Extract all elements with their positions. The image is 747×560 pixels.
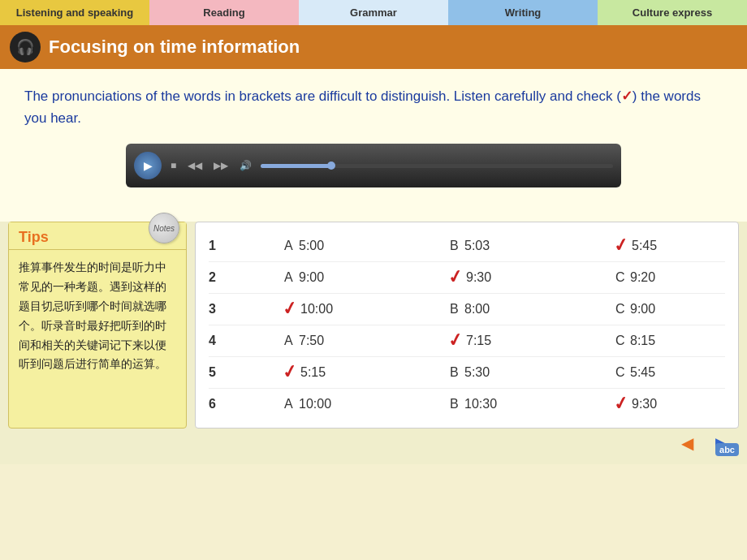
bottom-section: Notes Tips 推算事件发生的时间是听力中常见的一种考题。遇到这样的题目切… bbox=[0, 222, 747, 464]
progress-bar[interactable] bbox=[261, 164, 613, 168]
col-time: 7:50 bbox=[299, 334, 338, 348]
col-time: 8:00 bbox=[464, 302, 503, 317]
col-letter: C bbox=[615, 334, 627, 348]
answer-row: 4A7:50✓7:15C8:15 bbox=[209, 325, 725, 357]
tips-box: Notes Tips 推算事件发生的时间是听力中常见的一种考题。遇到这样的题目切… bbox=[8, 222, 187, 429]
top-navigation: Listening and speaking Reading Grammar W… bbox=[0, 0, 747, 25]
col-letter: A bbox=[284, 239, 296, 253]
answer-row: 3✓10:00B8:00C9:00 bbox=[209, 294, 725, 325]
col-letter: A bbox=[284, 334, 296, 348]
tips-content: 推算事件发生的时间是听力中常见的一种考题。遇到这样的题目切忌听到哪个时间就选哪个… bbox=[9, 250, 186, 382]
row-number: 5 bbox=[209, 365, 228, 380]
col-time: 10:30 bbox=[464, 397, 503, 411]
headphones-icon: 🎧 bbox=[10, 32, 41, 62]
col-time: 9:30 bbox=[632, 397, 671, 411]
abc-badge: abc bbox=[715, 443, 739, 456]
col-time: 5:30 bbox=[464, 365, 503, 380]
answer-row: 6A10:00B10:30✓9:30 bbox=[209, 389, 725, 420]
tab-culture-express[interactable]: Culture express bbox=[598, 0, 747, 25]
answer-column[interactable]: C9:00 bbox=[559, 302, 725, 317]
main-content: The pronunciations of the words in brack… bbox=[0, 69, 747, 222]
notes-label: Notes bbox=[153, 224, 175, 233]
col-time: 5:03 bbox=[464, 239, 503, 253]
instruction-text: The pronunciations of the words in brack… bbox=[24, 85, 723, 129]
answer-column[interactable]: C8:15 bbox=[559, 334, 725, 348]
col-time: 5:45 bbox=[630, 365, 669, 380]
answer-column[interactable]: ✓7:15 bbox=[394, 330, 559, 351]
answer-column[interactable]: A10:00 bbox=[228, 397, 394, 411]
col-letter: C bbox=[615, 365, 627, 380]
prev-track-button[interactable]: ◀◀ bbox=[185, 158, 205, 173]
answer-row: 2A9:00✓9:30C9:20 bbox=[209, 262, 725, 294]
tab-listening-speaking-label: Listening and speaking bbox=[16, 6, 133, 19]
tab-listening-speaking[interactable]: Listening and speaking bbox=[0, 0, 149, 25]
col-letter: B bbox=[450, 365, 461, 380]
row-number: 4 bbox=[209, 334, 228, 348]
header-bar: 🎧 Focusing on time information bbox=[0, 25, 747, 69]
answer-column[interactable]: B8:00 bbox=[394, 302, 559, 317]
page-title: Focusing on time information bbox=[49, 37, 300, 58]
content-section: Notes Tips 推算事件发生的时间是听力中常见的一种考题。遇到这样的题目切… bbox=[0, 222, 747, 429]
answer-column[interactable]: ✓9:30 bbox=[394, 267, 559, 288]
check-mark: ✓ bbox=[281, 298, 299, 321]
col-letter: B bbox=[450, 302, 461, 317]
prev-button[interactable]: ◀ bbox=[674, 432, 700, 454]
answer-column[interactable]: B5:03 bbox=[394, 239, 559, 253]
tab-writing-label: Writing bbox=[505, 6, 542, 19]
check-mark: ✓ bbox=[612, 235, 630, 258]
col-time: 10:00 bbox=[299, 397, 338, 411]
answer-column[interactable]: ✓10:00 bbox=[228, 299, 394, 320]
answer-column[interactable]: A7:50 bbox=[228, 334, 394, 348]
col-letter: B bbox=[450, 239, 461, 253]
tab-grammar-label: Grammar bbox=[350, 6, 397, 19]
col-letter: A bbox=[284, 397, 296, 411]
row-number: 6 bbox=[209, 397, 228, 411]
col-time: 9:30 bbox=[466, 270, 505, 285]
tab-writing[interactable]: Writing bbox=[448, 0, 598, 25]
col-letter: A bbox=[284, 270, 296, 285]
answer-row: 5✓5:15B5:30C5:45 bbox=[209, 357, 725, 389]
check-mark: ✓ bbox=[447, 266, 464, 290]
stop-button[interactable]: ■ bbox=[168, 158, 179, 173]
col-time: 10:00 bbox=[300, 302, 339, 317]
col-time: 9:00 bbox=[630, 302, 669, 317]
row-number: 1 bbox=[209, 239, 228, 253]
col-letter: C bbox=[615, 270, 627, 285]
answer-column[interactable]: C9:20 bbox=[559, 270, 725, 285]
answers-box: 1A5:00B5:03✓5:452A9:00✓9:30C9:203✓10:00B… bbox=[195, 222, 739, 429]
col-time: 5:00 bbox=[299, 239, 338, 253]
col-time: 5:45 bbox=[632, 239, 671, 253]
col-time: 7:15 bbox=[466, 334, 505, 348]
next-track-button[interactable]: ▶▶ bbox=[211, 158, 231, 173]
answer-column[interactable]: A9:00 bbox=[228, 270, 394, 285]
col-time: 9:20 bbox=[630, 270, 669, 285]
tab-culture-express-label: Culture express bbox=[633, 6, 712, 19]
col-letter: C bbox=[615, 302, 627, 317]
col-letter: B bbox=[450, 397, 461, 411]
progress-thumb bbox=[327, 162, 335, 170]
answer-column[interactable]: B5:30 bbox=[394, 365, 559, 380]
check-mark: ✓ bbox=[612, 393, 630, 416]
answer-column[interactable]: ✓5:15 bbox=[228, 362, 394, 383]
tab-grammar[interactable]: Grammar bbox=[299, 0, 448, 25]
tab-reading[interactable]: Reading bbox=[149, 0, 299, 25]
col-time: 9:00 bbox=[299, 270, 338, 285]
answer-column[interactable]: C5:45 bbox=[559, 365, 725, 380]
row-number: 2 bbox=[209, 270, 228, 285]
answer-column[interactable]: B10:30 bbox=[394, 397, 559, 411]
answer-column[interactable]: A5:00 bbox=[228, 239, 394, 253]
col-time: 5:15 bbox=[300, 365, 339, 380]
answer-column[interactable]: ✓9:30 bbox=[559, 394, 725, 415]
audio-player: ▶ ■ ◀◀ ▶▶ 🔊 bbox=[126, 144, 621, 187]
volume-button[interactable]: 🔊 bbox=[237, 158, 254, 173]
check-mark: ✓ bbox=[447, 330, 464, 353]
check-mark: ✓ bbox=[281, 361, 299, 385]
play-button[interactable]: ▶ bbox=[134, 152, 162, 179]
answer-column[interactable]: ✓5:45 bbox=[559, 235, 725, 256]
answer-row: 1A5:00B5:03✓5:45 bbox=[209, 230, 725, 262]
col-time: 8:15 bbox=[630, 334, 669, 348]
progress-fill bbox=[261, 164, 331, 168]
row-number: 3 bbox=[209, 302, 228, 317]
tab-reading-label: Reading bbox=[203, 6, 244, 19]
